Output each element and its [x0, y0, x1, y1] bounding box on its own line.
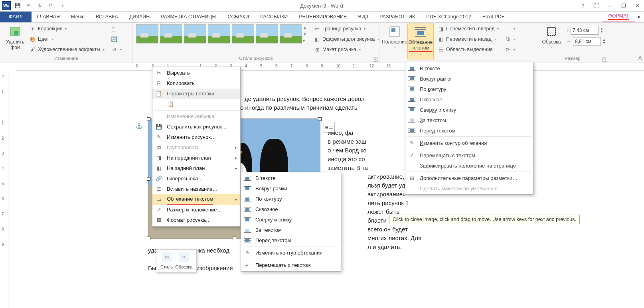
- wrap-edit-points[interactable]: ✎Изменить контур обтекания: [241, 248, 341, 258]
- tab-design[interactable]: ДИЗАЙН: [124, 12, 155, 22]
- ctx-edit-picture[interactable]: ✎Изменить рисунок…: [152, 132, 240, 142]
- ctx-wrap-text[interactable]: ▭Обтекание текстом▸: [152, 194, 240, 205]
- send-backward-button[interactable]: ◧Переместить назад▾: [436, 34, 500, 44]
- ctx-format-picture[interactable]: 🖼Формат рисунка…: [152, 215, 240, 225]
- tab-insert[interactable]: ВСТАВКА: [90, 12, 124, 22]
- qat-customize-button[interactable]: ▾: [57, 1, 67, 10]
- height-input[interactable]: 7,43 см: [571, 26, 599, 35]
- rwrap-through[interactable]: Сквозное: [405, 94, 533, 105]
- gallery-nav[interactable]: ▲▼▾: [303, 25, 309, 43]
- width-spinner[interactable]: ▲▼: [603, 38, 606, 45]
- artistic-effects-button[interactable]: 🖌Художественные эффекты▾: [28, 44, 106, 55]
- height-spinner[interactable]: ▲▼: [600, 27, 603, 34]
- ctx-send-back[interactable]: ◧На задний план▸: [152, 163, 240, 174]
- color-button[interactable]: 🎨Цвет▾: [28, 34, 106, 44]
- wrap-tight[interactable]: По контуру: [241, 194, 341, 204]
- style-thumb[interactable]: [136, 24, 158, 43]
- ctx-size-position[interactable]: ⤢Размер и положение…: [152, 205, 240, 215]
- wrap-move-with-text[interactable]: ✓Перемещать с текстом: [241, 260, 341, 270]
- align-button[interactable]: ⫞▾: [503, 24, 517, 34]
- ctx-copy[interactable]: ⎘Копировать: [152, 78, 240, 89]
- remove-background-button[interactable]: Удалить фон: [2, 24, 28, 52]
- picture-border-button[interactable]: ▭Граница рисунка▾: [312, 24, 381, 34]
- help-button[interactable]: ?: [576, 0, 590, 11]
- word-app-icon[interactable]: W≡: [2, 1, 11, 10]
- tab-references[interactable]: ССЫЛКИ: [222, 12, 255, 22]
- vertical-ruler[interactable]: 21 12 34 56 78 9: [0, 71, 8, 308]
- ctx-paste-option[interactable]: 📋: [152, 99, 240, 109]
- doc-text-right: имер, фав режиме защ о чем Ворд коиногда…: [328, 128, 407, 172]
- brush-icon: 🖌: [30, 46, 36, 53]
- wrap-through[interactable]: Сквозное: [241, 204, 341, 215]
- close-button[interactable]: ✕: [630, 0, 644, 11]
- horizontal-ruler[interactable]: 3 2 1 1 2 3 4 5 6 7 8 9 10 11 12 13: [16, 63, 644, 71]
- wrap-behind[interactable]: За текстом: [241, 225, 341, 235]
- wrap-top-bottom[interactable]: Сверху и снизу: [241, 215, 341, 225]
- style-thumb[interactable]: [184, 24, 206, 43]
- bring-forward-button[interactable]: ◨Переместить вперед▾: [436, 24, 500, 34]
- size-dialog-launcher[interactable]: ↘: [603, 57, 607, 62]
- styles-dialog-launcher[interactable]: ↘: [373, 57, 377, 62]
- ctx-cut[interactable]: ✂Вырезать: [152, 68, 240, 78]
- tab-pdfxchange[interactable]: PDF-XChange 2012: [421, 12, 477, 22]
- tab-view[interactable]: ВИД: [352, 12, 374, 22]
- rwrap-square[interactable]: Вокруг рамки: [405, 73, 533, 84]
- style-thumb[interactable]: [256, 24, 278, 43]
- tab-mailings[interactable]: РАССЫЛКИ: [255, 12, 293, 22]
- tab-menu[interactable]: Меню: [65, 12, 90, 22]
- picture-layout-button[interactable]: ⊞Макет рисунка▾: [312, 44, 381, 55]
- mini-crop-button[interactable]: ✂Обрезка: [175, 252, 192, 271]
- rotate-button[interactable]: ⟳▾: [503, 44, 517, 55]
- rwrap-top-bottom[interactable]: Сверху и снизу: [405, 105, 533, 115]
- ribbon-options-button[interactable]: ⛶: [590, 0, 603, 11]
- ctx-hyperlink[interactable]: 🔗Гиперссылка…: [152, 174, 240, 184]
- group-adjust: Удалить фон ☀Коррекция▾ 🎨Цвет▾ 🖌Художест…: [0, 23, 133, 63]
- tab-format[interactable]: ФОРМАТ: [603, 11, 635, 22]
- style-thumb[interactable]: [208, 24, 230, 43]
- group-objects-button[interactable]: ⧉▾: [503, 34, 517, 44]
- undo-button[interactable]: ↶: [24, 1, 34, 10]
- rwrap-more-options[interactable]: ⊞Дополнительные параметры разметки…: [405, 173, 533, 183]
- rwrap-edit-points[interactable]: ✎Изменить контур обтекания: [405, 138, 533, 148]
- selection-pane-button[interactable]: ☰Область выделения: [436, 44, 500, 55]
- style-thumb[interactable]: [232, 24, 254, 43]
- picture-effects-button[interactable]: ◧Эффекты для рисунка▾: [312, 34, 381, 44]
- tab-file[interactable]: ФАЙЛ: [0, 12, 32, 22]
- width-input[interactable]: 9,91 см: [573, 37, 601, 46]
- redo-button[interactable]: ↻: [35, 1, 45, 10]
- tab-layout[interactable]: РАЗМЕТКА СТРАНИЦЫ: [155, 12, 222, 22]
- ctx-caption[interactable]: ☰Вставить название…: [152, 184, 240, 194]
- tab-home[interactable]: ГЛАВНАЯ: [32, 12, 65, 22]
- picture-styles-gallery[interactable]: ▲▼▾: [135, 24, 309, 44]
- rwrap-tight[interactable]: По контуру: [405, 84, 533, 94]
- wrap-square[interactable]: Вокруг рамки: [241, 184, 341, 194]
- crop-button[interactable]: Обрезка▾: [539, 24, 564, 52]
- new-doc-button[interactable]: 🗋: [46, 1, 56, 10]
- minimize-button[interactable]: —: [603, 0, 617, 11]
- style-thumb[interactable]: [280, 24, 302, 43]
- rwrap-front[interactable]: Перед текстом: [405, 125, 533, 136]
- collapse-ribbon-button[interactable]: ᐱ: [638, 55, 642, 61]
- corrections-button[interactable]: ☀Коррекция▾: [28, 24, 106, 34]
- maximize-button[interactable]: ❐: [617, 0, 630, 11]
- mini-style-button[interactable]: ▭Стиль: [160, 252, 173, 271]
- style-thumb[interactable]: [160, 24, 182, 43]
- reset-picture-button[interactable]: ↺▾: [109, 44, 123, 55]
- ctx-bring-front[interactable]: ◨На передний план▸: [152, 153, 240, 163]
- wrap-front[interactable]: Перед текстом: [241, 235, 341, 246]
- compress-picture-button[interactable]: ⬚: [109, 24, 123, 34]
- wrap-text-button[interactable]: Обтекание текстом▾: [407, 24, 434, 59]
- tab-developer[interactable]: РАЗРАБОТЧИК: [374, 12, 421, 22]
- ctx-save-as-picture[interactable]: 💾Сохранить как рисунок…: [152, 122, 240, 132]
- tab-review[interactable]: РЕЦЕНЗИРОВАНИЕ: [293, 12, 352, 22]
- tab-overflow[interactable]: ▸: [635, 12, 644, 22]
- save-button[interactable]: 💾: [13, 1, 22, 10]
- rwrap-behind[interactable]: За текстом: [405, 115, 533, 125]
- position-button[interactable]: Положение▾: [382, 24, 407, 52]
- change-picture-button[interactable]: 🔄: [109, 34, 123, 44]
- rwrap-move-with-text[interactable]: ✓Перемещать с текстом: [405, 150, 533, 160]
- rwrap-inline[interactable]: В тексте: [405, 63, 533, 73]
- rwrap-fix-on-page[interactable]: Зафиксировать положение на странице: [405, 160, 533, 171]
- tab-foxit[interactable]: Foxit PDF: [477, 12, 510, 22]
- wrap-inline[interactable]: В тексте: [241, 173, 341, 184]
